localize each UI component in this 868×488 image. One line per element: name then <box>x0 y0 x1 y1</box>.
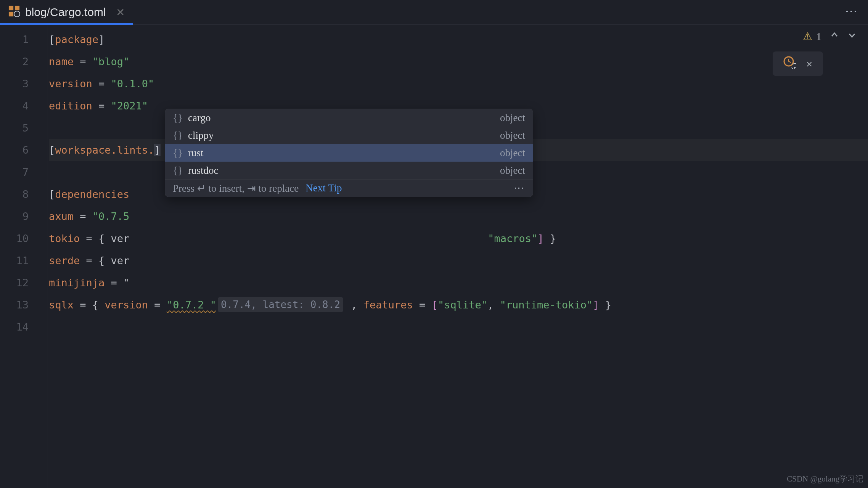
line-number: 1 <box>0 29 29 51</box>
version-inlay-hint: 0.7.4, latest: 0.8.2 <box>218 297 343 312</box>
line-number: 10 <box>0 228 29 250</box>
line-number: 11 <box>0 250 29 272</box>
line-number: 5 <box>0 117 29 139</box>
line-number: 13 <box>0 294 29 316</box>
inspection-widget[interactable]: ⚠ 1 <box>803 30 857 43</box>
tab-title: blog/Cargo.toml <box>25 6 106 19</box>
warning-icon: ⚠ <box>803 30 812 43</box>
line-number: 4 <box>0 95 29 117</box>
code-area[interactable]: [package] name = "blog" version = "0.1.0… <box>48 25 868 488</box>
line-number: 9 <box>0 205 29 228</box>
more-actions-icon[interactable]: ⋮ <box>844 5 859 17</box>
prev-problem-icon[interactable] <box>830 30 839 42</box>
braces-icon: {} <box>173 165 183 177</box>
svg-rect-0 <box>9 5 13 10</box>
line-number: 2 <box>0 51 29 73</box>
svg-rect-2 <box>9 11 13 16</box>
line-number: 8 <box>0 183 29 205</box>
completion-item[interactable]: {} rust object <box>165 144 533 162</box>
cargo-refresh-icon[interactable] <box>783 56 796 71</box>
line-number: 3 <box>0 73 29 95</box>
completion-item[interactable]: {} rustdoc object <box>165 162 533 179</box>
next-tip-link[interactable]: Next Tip <box>305 182 342 194</box>
completion-item[interactable]: {} clippy object <box>165 127 533 144</box>
editor: 1 2 3 4 5 6 7 8 9 10 11 12 13 14 [packag… <box>0 25 868 488</box>
braces-icon: {} <box>173 130 183 141</box>
cargo-refresh-popup: ✕ <box>773 51 823 76</box>
completion-item[interactable]: {} cargo object <box>165 109 533 127</box>
more-icon[interactable]: ⋮ <box>513 183 525 193</box>
warning-count: 1 <box>816 30 821 43</box>
close-icon[interactable]: ✕ <box>806 58 812 69</box>
cargo-toml-icon <box>8 5 20 19</box>
braces-icon: {} <box>173 147 183 159</box>
completion-popup: {} cargo object {} clippy object {} rust… <box>165 109 533 197</box>
tab-bar: blog/Cargo.toml ✕ ⋮ <box>0 0 868 25</box>
watermark: CSDN @golang学习记 <box>787 474 863 484</box>
braces-icon: {} <box>173 112 183 124</box>
completion-hint: Press ↵ to insert, ⇥ to replace Next Tip… <box>165 179 533 197</box>
line-number: 6 <box>0 139 29 161</box>
line-number: 7 <box>0 161 29 183</box>
svg-rect-1 <box>15 5 19 10</box>
close-icon[interactable]: ✕ <box>116 6 125 19</box>
gutter: 1 2 3 4 5 6 7 8 9 10 11 12 13 14 <box>0 25 48 488</box>
line-number: 12 <box>0 272 29 294</box>
line-number: 14 <box>0 316 29 338</box>
next-problem-icon[interactable] <box>847 30 857 42</box>
tab-cargo-toml[interactable]: blog/Cargo.toml ✕ <box>0 0 133 24</box>
